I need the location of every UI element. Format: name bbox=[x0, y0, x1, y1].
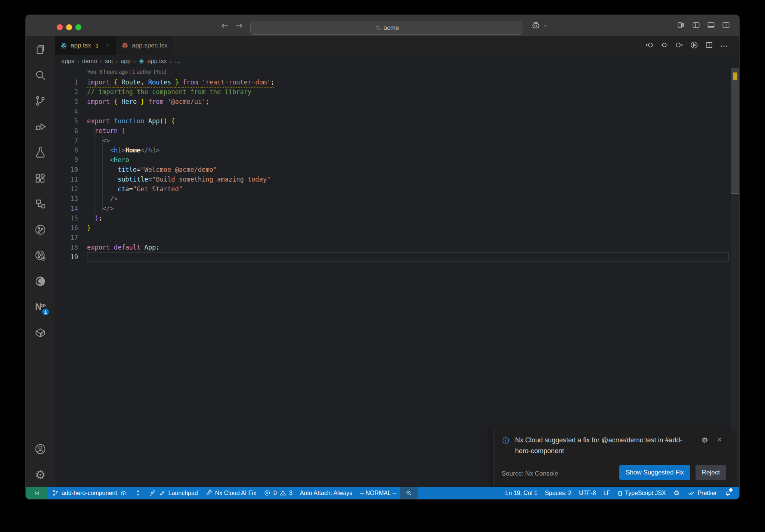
activity-bar: N≫1⚙ bbox=[26, 36, 55, 488]
edge-icon bbox=[34, 275, 47, 288]
breadcrumb-symbol[interactable]: … bbox=[174, 58, 180, 65]
status-item-eol[interactable]: LF bbox=[600, 487, 614, 499]
breadcrumb-item-app[interactable]: app bbox=[121, 58, 131, 65]
status-item-notifications-bell[interactable] bbox=[721, 487, 735, 499]
status-item-problems[interactable]: 03 bbox=[260, 487, 296, 499]
split-editor-button[interactable] bbox=[705, 41, 713, 51]
code-line-content: } bbox=[87, 223, 91, 233]
activity-item-extensions[interactable] bbox=[26, 165, 55, 191]
activity-item-run-and-debug[interactable] bbox=[26, 114, 55, 139]
toggle-panel-button[interactable] bbox=[707, 21, 715, 31]
notification-message: Nx Cloud suggested a fix for @acme/demo:… bbox=[515, 435, 688, 457]
code-line-14: 14 </> bbox=[55, 204, 740, 213]
notification-gear-icon[interactable]: ⚙ bbox=[701, 436, 708, 445]
status-item-vim-mode[interactable]: -- NORMAL -- bbox=[356, 487, 400, 499]
git-branch-icon bbox=[34, 95, 47, 107]
activity-item-gitlens[interactable] bbox=[26, 217, 55, 242]
status-item-language-mode[interactable]: {}TypeScript JSX bbox=[614, 487, 669, 499]
copilot-icon[interactable] bbox=[531, 21, 541, 31]
customize-layout-button[interactable] bbox=[677, 21, 685, 31]
search-icon bbox=[34, 69, 47, 81]
scrollbar-thumb[interactable] bbox=[731, 68, 740, 194]
activity-item-testing[interactable] bbox=[26, 139, 55, 165]
code-line-15: 15 ); bbox=[55, 213, 740, 223]
more-actions-button[interactable]: ⋯ bbox=[720, 41, 728, 50]
run-file-button[interactable] bbox=[690, 41, 699, 51]
activity-item-gitlens-inspect[interactable] bbox=[26, 242, 55, 268]
history-back-button[interactable] bbox=[220, 21, 230, 31]
nav-forward-circle-button[interactable] bbox=[675, 41, 684, 51]
nav-location-circle-button[interactable] bbox=[660, 41, 669, 51]
code-line-1: 1import { Route, Routes } from 'react-ro… bbox=[55, 77, 740, 87]
close-window-button[interactable] bbox=[57, 24, 63, 30]
line-number: 11 bbox=[55, 174, 78, 184]
layout-customize-icon bbox=[677, 21, 685, 30]
code-line-16: 16} bbox=[55, 223, 740, 233]
status-item-formatter[interactable]: Prettier bbox=[684, 487, 721, 499]
activity-item-project-graph[interactable] bbox=[26, 191, 55, 217]
status-item-branch[interactable]: add-hero-component bbox=[48, 487, 131, 499]
activity-item-settings[interactable]: ⚙ bbox=[26, 462, 55, 488]
chevron-down-icon[interactable] bbox=[542, 23, 548, 29]
status-item-launchpad[interactable]: Launchpad bbox=[145, 487, 202, 499]
toggle-primary-sidebar-button[interactable] bbox=[692, 21, 700, 31]
notification-close-icon[interactable] bbox=[716, 436, 722, 443]
code-line-12: 12 cta="Get Started" bbox=[55, 184, 740, 194]
layout-bottom-icon bbox=[707, 21, 715, 30]
tab-app.spec.tsx[interactable]: app.spec.tsx bbox=[116, 36, 173, 55]
reject-button[interactable]: Reject bbox=[696, 465, 726, 480]
scrollbar-track[interactable] bbox=[731, 67, 740, 488]
breadcrumb-separator: › bbox=[134, 58, 136, 64]
remote-indicator[interactable] bbox=[26, 487, 48, 499]
status-item-auto-attach[interactable]: Auto Attach: Always bbox=[296, 487, 356, 499]
activity-item-nx-console[interactable]: N≫1 bbox=[26, 294, 55, 320]
breadcrumb-item-apps[interactable]: apps bbox=[61, 58, 74, 65]
status-item-indentation[interactable]: Spaces: 2 bbox=[541, 487, 575, 499]
tab-app.tsx[interactable]: app.tsx3 bbox=[55, 36, 116, 55]
pencil-icon bbox=[159, 489, 166, 497]
breadcrumb[interactable]: apps›demo›src›app›app.tsx›… bbox=[55, 55, 740, 67]
code-editor[interactable]: You, 3 hours ago | 1 author (You) 1impor… bbox=[55, 67, 740, 488]
activity-item-source-control[interactable] bbox=[26, 88, 55, 114]
code-line-content: title="Welcmoe @acme/demo" bbox=[87, 165, 217, 174]
code-line-content: <> bbox=[87, 136, 110, 145]
breadcrumb-file[interactable]: app.tsx bbox=[148, 58, 167, 65]
status-bar: add-hero-componentLaunchpadNx Cloud AI F… bbox=[26, 487, 739, 499]
codelens-blame[interactable]: You, 3 hours ago | 1 author (You) bbox=[87, 69, 166, 75]
tab-close-icon[interactable] bbox=[105, 43, 111, 48]
line-number: 4 bbox=[55, 106, 78, 116]
breadcrumb-item-src[interactable]: src bbox=[105, 58, 113, 65]
status-item-nx-cloud-ai-fix[interactable]: Nx Cloud AI Fix bbox=[202, 487, 260, 499]
breadcrumb-item-demo[interactable]: demo bbox=[82, 58, 97, 65]
show-suggested-fix-button[interactable]: Show Suggested Fix bbox=[619, 465, 690, 480]
activity-item-search[interactable] bbox=[26, 62, 55, 88]
tab-label: app.tsx bbox=[71, 42, 91, 49]
code-line-5: 5export function App() { bbox=[55, 116, 740, 126]
status-label: Prettier bbox=[697, 490, 717, 497]
error-count: 0 bbox=[273, 490, 277, 497]
maximize-window-button[interactable] bbox=[75, 24, 81, 30]
status-label: TypeScript JSX bbox=[625, 490, 666, 497]
status-item-zoom-indicator[interactable] bbox=[400, 487, 418, 499]
activity-item-accounts[interactable] bbox=[26, 436, 55, 462]
activity-item-explorer[interactable] bbox=[26, 36, 55, 62]
command-center-search[interactable]: acme bbox=[250, 21, 523, 35]
line-number: 15 bbox=[55, 213, 78, 223]
line-number: 10 bbox=[55, 165, 78, 174]
code-line-content: import { Hero } from '@acme/ui'; bbox=[87, 97, 210, 106]
activity-item-containers[interactable] bbox=[26, 320, 55, 346]
history-forward-button[interactable] bbox=[234, 21, 244, 31]
toggle-secondary-sidebar-button[interactable] bbox=[722, 21, 730, 31]
status-item-copilot-status[interactable] bbox=[669, 487, 684, 499]
code-line-3: 3import { Hero } from '@acme/ui'; bbox=[55, 97, 740, 106]
zoom-out-icon bbox=[405, 489, 412, 497]
status-item-cursor-position[interactable]: Ln 19, Col 1 bbox=[502, 487, 541, 499]
minimize-window-button[interactable] bbox=[66, 24, 72, 30]
status-item-encoding[interactable]: UTF-8 bbox=[575, 487, 600, 499]
breadcrumb-separator: › bbox=[100, 58, 102, 64]
status-label: -- NORMAL -- bbox=[360, 490, 396, 497]
react-icon bbox=[121, 42, 128, 49]
activity-item-edge-tools[interactable] bbox=[26, 268, 55, 294]
nav-back-circle-button[interactable] bbox=[645, 41, 654, 51]
status-item-commit-graph[interactable] bbox=[131, 487, 145, 499]
